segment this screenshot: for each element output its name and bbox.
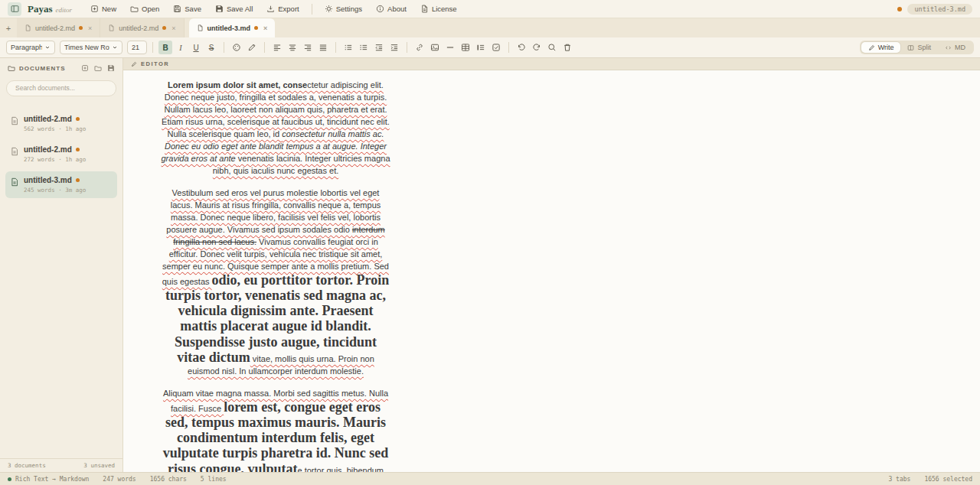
tab-untitled-2-second[interactable]: untitled-2.md × — [100, 18, 184, 37]
menu-about-label: About — [387, 5, 407, 13]
write-pencil-icon — [868, 44, 875, 51]
formatting-toolbar: Paragraph Times New Roman B I U S Write — [0, 37, 980, 58]
tab-close-icon[interactable]: × — [88, 24, 92, 32]
menu-save-all[interactable]: Save All — [209, 2, 259, 15]
delete-document-button[interactable] — [560, 41, 574, 54]
align-center-icon — [288, 43, 297, 52]
license-icon — [420, 5, 429, 13]
text-run-bold: Lorem ipsum dolor sit amet, conse — [168, 80, 307, 90]
font-family-select[interactable]: Times New Roman — [60, 41, 122, 54]
bullet-list-button[interactable] — [341, 41, 355, 54]
open-folder-icon — [130, 5, 139, 13]
search-documents-input[interactable] — [6, 80, 116, 96]
toolbar-separator — [224, 42, 224, 53]
redo-button[interactable] — [530, 41, 544, 54]
sidebar-save-button[interactable] — [107, 64, 115, 72]
status-bar: Rich Text → Markdown 247 words 1656 char… — [0, 472, 980, 485]
menu-open-label: Open — [142, 5, 159, 13]
undo-button[interactable] — [514, 41, 528, 54]
menu-license-label: License — [432, 5, 457, 13]
document-body[interactable]: Lorem ipsum dolor sit amet, consectetur … — [160, 70, 391, 472]
sidebar-open-button[interactable] — [94, 64, 102, 72]
documents-count: 3 documents — [8, 462, 46, 469]
view-mode-write-label: Write — [878, 44, 894, 51]
view-mode-split-label: Split — [917, 44, 931, 51]
editor-content-area[interactable]: Lorem ipsum dolor sit amet, consectetur … — [123, 70, 980, 472]
bold-button[interactable]: B — [158, 41, 172, 54]
editor-paragraph[interactable]: Lorem ipsum dolor sit amet, consectetur … — [160, 79, 391, 177]
menu-export[interactable]: Export — [260, 2, 305, 15]
redo-icon — [532, 43, 541, 52]
new-file-icon — [90, 5, 99, 13]
menu-settings[interactable]: Settings — [318, 2, 368, 15]
menubar-separator — [312, 4, 312, 15]
text-run-wavy: Vestibulum sed eros vel purus molestie l… — [166, 188, 381, 234]
file-meta: 245 words · 3m ago — [24, 187, 86, 194]
numbered-list-button[interactable] — [357, 41, 371, 54]
sidebar-toggle-button[interactable] — [8, 2, 21, 16]
menu-new[interactable]: New — [84, 2, 122, 15]
align-right-button[interactable] — [301, 41, 315, 54]
horizontal-rule-button[interactable] — [443, 41, 457, 54]
tab-untitled-3-active[interactable]: untitled-3.md × — [189, 18, 276, 37]
editor-pane: EDITOR Lorem ipsum dolor sit amet, conse… — [123, 58, 980, 472]
menu-export-label: Export — [278, 5, 299, 13]
mode-status-dot — [8, 477, 11, 481]
tab-close-icon[interactable]: × — [263, 24, 267, 32]
italic-button[interactable]: I — [174, 41, 188, 54]
numbered-list-icon — [359, 43, 368, 52]
strikethrough-button[interactable]: S — [204, 41, 218, 54]
app-tagline: editor — [56, 6, 73, 14]
word-count: 247 words — [103, 476, 136, 483]
editor-mode-status: Rich Text → Markdown — [15, 476, 89, 483]
indent-button[interactable] — [387, 41, 401, 54]
checkbox-button[interactable] — [489, 41, 503, 54]
file-meta: 562 words · 1h ago — [24, 125, 86, 132]
insert-image-button[interactable] — [428, 41, 442, 54]
align-center-button[interactable] — [286, 41, 299, 54]
font-size-input[interactable] — [127, 41, 147, 54]
menu-save[interactable]: Save — [167, 2, 207, 15]
file-name: untitled-2.md — [24, 145, 72, 154]
info-icon — [376, 5, 384, 13]
document-item-untitled-3-selected[interactable]: untitled-3.md 245 words · 3m ago — [5, 171, 117, 198]
search-button[interactable] — [545, 41, 559, 54]
view-mode-md[interactable]: MD — [938, 42, 972, 53]
align-left-icon — [273, 43, 282, 52]
blockquote-button[interactable] — [474, 41, 488, 54]
tab-close-icon[interactable]: × — [172, 24, 175, 32]
insert-link-button[interactable] — [413, 41, 426, 54]
toolbar-separator — [264, 42, 265, 53]
editor-paragraph[interactable]: Aliquam vitae magna massa. Morbi sed sag… — [160, 387, 391, 472]
menu-open[interactable]: Open — [124, 2, 165, 15]
view-mode-split[interactable]: Split — [900, 42, 938, 53]
file-dirty-dot — [76, 148, 80, 151]
search-icon — [547, 43, 557, 52]
view-mode-write[interactable]: Write — [861, 42, 901, 53]
chevron-down-icon — [112, 44, 118, 50]
table-icon — [461, 43, 470, 52]
text-color-button[interactable] — [230, 41, 243, 54]
split-pane-icon — [907, 44, 914, 51]
outdent-icon — [374, 43, 384, 52]
menu-about[interactable]: About — [370, 2, 413, 15]
document-item-untitled-2-second[interactable]: untitled-2.md 272 words · 1h ago — [5, 141, 117, 168]
editor-paragraph[interactable]: Vestibulum sed eros vel purus molestie l… — [160, 187, 391, 377]
sidebar-new-document-button[interactable] — [81, 64, 89, 72]
insert-table-button[interactable] — [459, 41, 472, 54]
save-all-icon — [215, 5, 224, 13]
menu-license[interactable]: License — [414, 2, 463, 15]
align-left-button[interactable] — [270, 41, 284, 54]
underline-button[interactable]: U — [189, 41, 203, 54]
block-format-select[interactable]: Paragraph — [6, 41, 55, 54]
sidebar-title: DOCUMENTS — [19, 65, 66, 72]
chevron-down-icon — [44, 44, 51, 50]
document-item-untitled-2-first[interactable]: untitled-2.md 562 words · 1h ago — [5, 110, 117, 137]
text-run-wavy: venenatis lacinia. Integer ultricies mag… — [213, 154, 390, 175]
tab-untitled-2-first[interactable]: untitled-2.md × — [17, 18, 100, 37]
highlight-button[interactable] — [245, 41, 259, 54]
align-justify-button[interactable] — [316, 41, 330, 54]
outdent-button[interactable] — [372, 41, 386, 54]
new-tab-button[interactable]: + — [0, 18, 17, 37]
file-meta: 272 words · 1h ago — [24, 156, 86, 163]
